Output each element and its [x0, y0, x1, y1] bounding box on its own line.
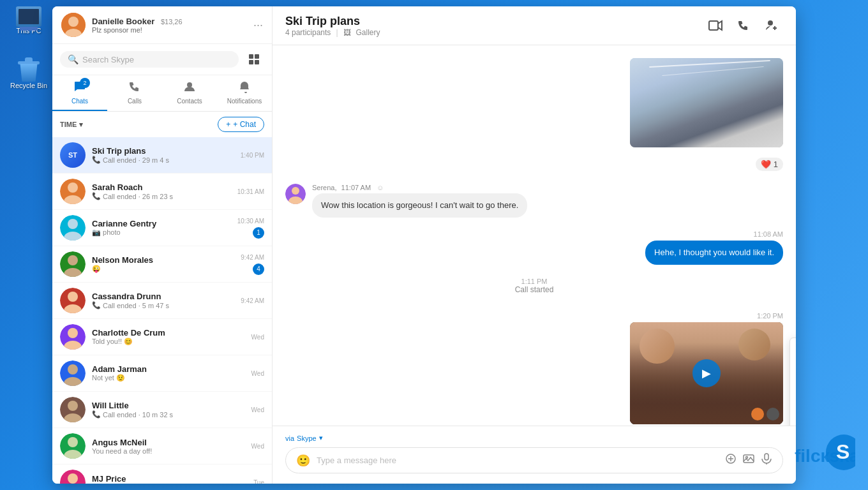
- tab-calls[interactable]: Calls: [107, 75, 162, 111]
- message-input[interactable]: [317, 456, 719, 465]
- play-button[interactable]: ▶: [692, 359, 721, 387]
- list-item[interactable]: ST Ski Trip plans 📞 Call ended · 29 m 4 …: [52, 137, 272, 174]
- video-footer: [751, 408, 779, 420]
- unread-badge: 1: [253, 227, 264, 239]
- messages-area: ❤️ 1 Serena, 11:07 AM ☺ Wow this locatio…: [273, 45, 796, 426]
- new-chat-button[interactable]: + + Chat: [218, 117, 264, 132]
- list-item[interactable]: Cassandra Drunn 📞 Call ended · 5 m 47 s …: [52, 283, 272, 319]
- compose-button[interactable]: [244, 49, 264, 70]
- avatar: [60, 324, 86, 350]
- chat-content: Cassandra Drunn 📞 Call ended · 5 m 47 s: [92, 292, 234, 309]
- svg-point-21: [68, 328, 78, 338]
- chat-meta: Wed: [251, 406, 264, 413]
- context-menu-item-save-as[interactable]: Save as...: [790, 359, 796, 380]
- chat-content: Sarah Roach 📞 Call ended · 26 m 23 s: [92, 182, 231, 200]
- chat-name: Angus McNeil: [92, 438, 245, 447]
- svg-point-15: [68, 255, 78, 265]
- context-menu: Save to "Downloads" Save as... Forward S…: [789, 338, 796, 426]
- image-button[interactable]: [743, 453, 754, 468]
- search-input[interactable]: [82, 55, 231, 64]
- attach-button[interactable]: [725, 453, 737, 468]
- chat-content: Angus McNeil You need a day off!: [92, 438, 245, 455]
- chat-header: Ski Trip plans 4 participants | 🖼 Galler…: [273, 6, 796, 45]
- chat-name: Nelson Morales: [92, 255, 234, 265]
- unread-badge: 4: [253, 264, 264, 275]
- message-time: 11:08 AM: [754, 230, 783, 238]
- svg-rect-6: [255, 60, 259, 64]
- search-input-wrap: 🔍: [60, 51, 239, 68]
- desktop-icon-recyclebin[interactable]: Recycle Bin: [6, 57, 51, 89]
- avatar: [60, 470, 86, 484]
- chat-main: Ski Trip plans 4 participants | 🖼 Galler…: [273, 6, 796, 484]
- chat-header-info: Ski Trip plans 4 participants | 🖼 Galler…: [285, 15, 696, 37]
- context-menu-item-select-message[interactable]: Select Message: [790, 401, 796, 422]
- chat-time: Wed: [251, 406, 264, 413]
- chat-time: 1:40 PM: [241, 152, 264, 159]
- tab-notifications[interactable]: Notifications: [217, 75, 272, 111]
- chat-header-actions: [704, 14, 783, 37]
- chat-content: Adam Jarman Not yet 😟: [92, 364, 245, 382]
- chat-time: Tue: [253, 479, 264, 484]
- more-options-button[interactable]: ···: [253, 19, 263, 32]
- add-participant-button[interactable]: [760, 14, 783, 37]
- notifications-icon: [238, 80, 251, 96]
- chat-content: Will Little 📞 Call ended · 10 m 32 s: [92, 401, 245, 419]
- desktop: This PC Recycle Bin Danielle Booker: [0, 0, 868, 490]
- nav-tabs: 2 Chats Calls Contacts: [52, 75, 272, 112]
- message-input-box: 🙂: [285, 447, 783, 473]
- tab-chats[interactable]: 2 Chats: [52, 75, 107, 111]
- time-filter: TIME ▾ + + Chat: [52, 112, 272, 137]
- list-item[interactable]: Sarah Roach 📞 Call ended · 26 m 23 s 10:…: [52, 174, 272, 210]
- svg-point-33: [68, 473, 78, 484]
- gallery-icon: 🖼: [343, 28, 351, 37]
- list-item[interactable]: Will Little 📞 Call ended · 10 m 32 s Wed: [52, 392, 272, 428]
- avatar: [60, 433, 86, 459]
- message-bubble: Hehe, I thought you would like it.: [645, 241, 783, 265]
- tab-contacts[interactable]: Contacts: [162, 75, 217, 111]
- svg-text:S: S: [836, 440, 849, 463]
- chat-meta: 9:42 AM: [241, 297, 264, 304]
- desktop-icon-thispc[interactable]: This PC: [6, 6, 51, 34]
- thispc-icon: [16, 6, 41, 27]
- list-item[interactable]: Adam Jarman Not yet 😟 Wed: [52, 355, 272, 392]
- outgoing-message-wrapper: 11:08 AM Hehe, I thought you would like …: [285, 225, 783, 265]
- chat-preview: 📷 photo: [92, 228, 231, 237]
- chat-preview: Teehee!: [92, 484, 247, 484]
- chat-time: 9:42 AM: [241, 254, 264, 261]
- plus-icon: +: [226, 120, 230, 129]
- list-item[interactable]: Charlotte De Crum Told you!! 😊 Wed: [52, 319, 272, 355]
- context-menu-item-remove[interactable]: Remove: [790, 422, 796, 426]
- list-item[interactable]: Carianne Gentry 📷 photo 10:30 AM 1: [52, 210, 272, 246]
- chevron-down-icon: ▾: [79, 121, 83, 129]
- avatar: [60, 360, 86, 386]
- avatar: [60, 288, 86, 313]
- message-bubble: Wow this location is gorgeous! I can't w…: [312, 193, 527, 218]
- time-filter-button[interactable]: TIME ▾: [60, 121, 83, 129]
- context-menu-item-forward[interactable]: Forward: [790, 380, 796, 401]
- chat-meta: 10:30 AM 1: [237, 218, 264, 239]
- svg-rect-4: [255, 54, 259, 59]
- video-call-button[interactable]: [704, 14, 727, 37]
- chat-time: 9:42 AM: [241, 297, 264, 304]
- video-thumbnail[interactable]: ▶: [630, 322, 783, 424]
- audio-button[interactable]: [761, 453, 772, 468]
- list-item[interactable]: MJ Price Teehee! Tue: [52, 464, 272, 484]
- calls-icon: [128, 80, 141, 96]
- chat-name: Ski Trip plans: [92, 146, 234, 156]
- chat-name: MJ Price: [92, 474, 247, 484]
- reaction-bar: ❤️ 1: [756, 158, 783, 171]
- emoji-button[interactable]: 🙂: [296, 454, 310, 468]
- context-menu-item-save-downloads[interactable]: Save to "Downloads": [790, 338, 796, 359]
- avatar: [60, 179, 86, 204]
- list-item[interactable]: Angus McNeil You need a day off! Wed: [52, 428, 272, 464]
- avatar-mini: [767, 408, 779, 420]
- chat-time: 10:30 AM: [237, 218, 264, 225]
- chat-meta: 9:42 AM 4: [241, 254, 264, 275]
- svg-rect-5: [249, 60, 253, 64]
- chevron-down-icon: ▾: [319, 434, 323, 442]
- list-item[interactable]: Nelson Morales 😜 9:42 AM 4: [52, 246, 272, 283]
- tab-calls-label: Calls: [128, 98, 142, 105]
- audio-call-button[interactable]: [732, 14, 755, 37]
- svg-point-30: [68, 437, 78, 447]
- via-platform[interactable]: via Skype ▾: [285, 434, 783, 442]
